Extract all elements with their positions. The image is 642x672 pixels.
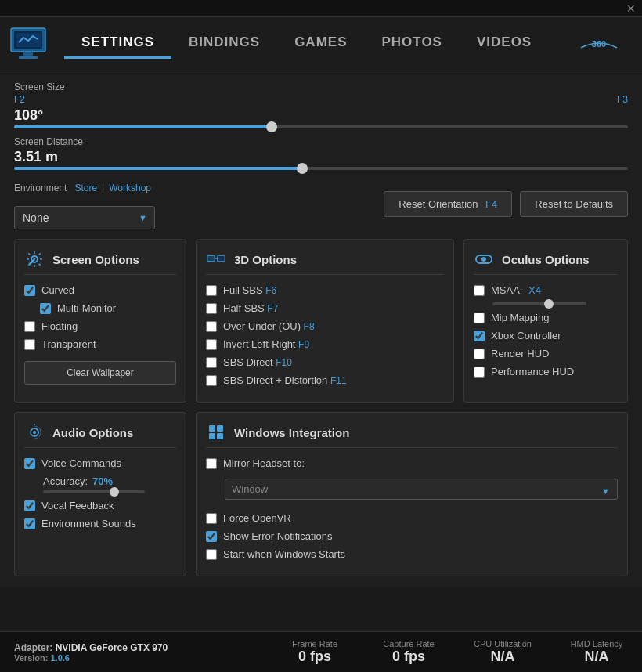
screen-distance-row: Screen Distance 3.51 m xyxy=(14,136,628,170)
curved-checkbox-item[interactable]: Curved xyxy=(24,284,176,296)
windows-integration-title: Windows Integration xyxy=(234,426,349,439)
accuracy-thumb[interactable] xyxy=(110,487,119,497)
msaa-checkbox[interactable] xyxy=(474,285,485,296)
audio-options-panel: Audio Options Voice Commands Accuracy: 7… xyxy=(14,412,186,576)
invert-lr-label: Invert Left-Right F9 xyxy=(223,338,309,350)
voice-commands-label: Voice Commands xyxy=(41,457,121,469)
xbox-controller-checkbox[interactable] xyxy=(474,331,485,341)
oculus-options-panel: Oculus Options MSAA: X4 Mip Mapping xyxy=(463,239,628,403)
msaa-slider[interactable] xyxy=(492,302,586,305)
render-hud-item[interactable]: Render HUD xyxy=(474,348,618,359)
tab-games[interactable]: GAMES xyxy=(277,28,364,59)
title-bar: ✕ xyxy=(0,0,642,17)
screen-distance-slider[interactable] xyxy=(14,167,628,170)
tab-photos[interactable]: PHOTOS xyxy=(364,28,459,59)
nav-tabs: SETTINGS BINDINGS GAMES PHOTOS VIDEOS xyxy=(64,28,579,59)
tab-bindings[interactable]: BINDINGS xyxy=(171,28,277,59)
performance-hud-checkbox[interactable] xyxy=(474,367,485,378)
performance-hud-item[interactable]: Performance HUD xyxy=(474,366,618,378)
screen-size-slider[interactable] xyxy=(14,125,628,128)
start-windows-label: Start when Windows Starts xyxy=(223,548,345,560)
capture-rate-value: 0 fps xyxy=(392,649,425,665)
start-windows-checkbox[interactable] xyxy=(206,549,217,560)
xbox-controller-label: Xbox Controller xyxy=(491,330,561,341)
environment-sounds-checkbox[interactable] xyxy=(24,518,35,529)
invert-lr-checkbox[interactable] xyxy=(206,339,217,350)
vocal-feedback-checkbox[interactable] xyxy=(24,500,35,511)
clear-wallpaper-button[interactable]: Clear Wallpaper xyxy=(24,361,176,385)
force-openvr-item[interactable]: Force OpenVR xyxy=(206,512,618,524)
full-sbs-checkbox[interactable] xyxy=(206,285,217,296)
xbox-controller-item[interactable]: Xbox Controller xyxy=(474,330,618,341)
mirror-headset-label: Mirror Headset to: xyxy=(223,457,305,469)
workshop-link[interactable]: Workshop xyxy=(109,182,151,193)
over-under-item[interactable]: Over Under (OU) F8 xyxy=(206,320,444,332)
screen-size-label: Screen Size xyxy=(14,81,65,92)
hmd-value: N/A xyxy=(585,649,609,665)
mip-mapping-checkbox[interactable] xyxy=(474,313,485,323)
logo-area xyxy=(8,23,49,64)
reset-orientation-key: F4 xyxy=(485,198,497,210)
accuracy-slider[interactable] xyxy=(43,490,145,493)
screen-distance-thumb[interactable] xyxy=(297,163,308,174)
transparent-checkbox[interactable] xyxy=(24,339,35,350)
sbs-direct-item[interactable]: SBS Direct F10 xyxy=(206,356,444,368)
svg-rect-2 xyxy=(23,52,33,56)
msaa-item[interactable]: MSAA: X4 xyxy=(474,284,618,296)
vocal-feedback-label: Vocal Feedback xyxy=(41,500,114,511)
show-error-item[interactable]: Show Error Notifications xyxy=(206,530,618,542)
main-content: Screen Size F2 F3 108° Screen Distance 3… xyxy=(0,70,642,587)
voice-commands-item[interactable]: Voice Commands xyxy=(24,457,176,469)
half-sbs-item[interactable]: Half SBS F7 xyxy=(206,302,444,314)
mip-mapping-label: Mip Mapping xyxy=(491,312,549,323)
floating-checkbox-item[interactable]: Floating xyxy=(24,320,176,332)
sbs-direct-dist-item[interactable]: SBS Direct + Distortion F11 xyxy=(206,374,444,386)
floating-checkbox[interactable] xyxy=(24,321,35,332)
sbs-direct-checkbox[interactable] xyxy=(206,357,217,368)
tab-videos[interactable]: VIDEOS xyxy=(460,28,549,59)
render-hud-checkbox[interactable] xyxy=(474,349,485,359)
show-error-checkbox[interactable] xyxy=(206,531,217,542)
mirror-headset-checkbox[interactable] xyxy=(206,458,217,469)
curved-label: Curved xyxy=(41,284,74,296)
over-under-checkbox[interactable] xyxy=(206,321,217,332)
3d-options-icon xyxy=(206,249,226,269)
store-link[interactable]: Store xyxy=(74,182,97,193)
curved-checkbox[interactable] xyxy=(24,285,35,296)
windows-icon xyxy=(206,422,226,443)
windows-integration-header: Windows Integration xyxy=(206,422,618,448)
half-sbs-checkbox[interactable] xyxy=(206,303,217,314)
voice-commands-checkbox[interactable] xyxy=(24,458,35,469)
invert-lr-item[interactable]: Invert Left-Right F9 xyxy=(206,338,444,350)
vocal-feedback-item[interactable]: Vocal Feedback xyxy=(24,500,176,511)
mip-mapping-item[interactable]: Mip Mapping xyxy=(474,312,618,323)
msaa-label: MSAA: X4 xyxy=(491,284,541,296)
sbs-direct-dist-checkbox[interactable] xyxy=(206,375,217,386)
environment-dropdown[interactable]: None Office Cinema Space xyxy=(14,206,155,229)
mirror-headset-item[interactable]: Mirror Headset to: xyxy=(206,457,618,469)
cpu-stat: CPU Utilization N/A xyxy=(471,639,534,665)
accuracy-row: Accuracy: 70% xyxy=(43,475,176,487)
multi-monitor-checkbox-item[interactable]: Multi-Monitor xyxy=(40,302,176,314)
adapter-row: Adapter: NVIDIA GeForce GTX 970 xyxy=(14,642,252,653)
frame-rate-value: 0 fps xyxy=(298,649,331,665)
msaa-thumb[interactable] xyxy=(544,299,554,309)
start-windows-item[interactable]: Start when Windows Starts xyxy=(206,548,618,560)
tab-settings[interactable]: SETTINGS xyxy=(64,28,171,59)
screen-options-panel: Screen Options Curved Multi-Monitor Floa… xyxy=(14,239,186,403)
svg-rect-3 xyxy=(19,56,38,59)
transparent-checkbox-item[interactable]: Transparent xyxy=(24,338,176,350)
screen-size-thumb[interactable] xyxy=(266,121,277,132)
full-sbs-item[interactable]: Full SBS F6 xyxy=(206,284,444,296)
screen-size-keys: F2 F3 xyxy=(14,94,628,105)
audio-icon xyxy=(24,422,45,443)
multi-monitor-checkbox[interactable] xyxy=(40,303,51,314)
reset-defaults-button[interactable]: Reset to Defaults xyxy=(520,191,628,217)
force-openvr-checkbox[interactable] xyxy=(206,513,217,524)
screen-options-title: Screen Options xyxy=(52,253,139,266)
reset-orientation-button[interactable]: Reset Orientation F4 xyxy=(384,191,512,217)
mirror-dropdown[interactable]: Window Desktop xyxy=(225,479,618,500)
top-panels-grid: Screen Options Curved Multi-Monitor Floa… xyxy=(14,239,628,403)
close-button[interactable]: ✕ xyxy=(626,3,636,14)
environment-sounds-item[interactable]: Environment Sounds xyxy=(24,518,176,529)
